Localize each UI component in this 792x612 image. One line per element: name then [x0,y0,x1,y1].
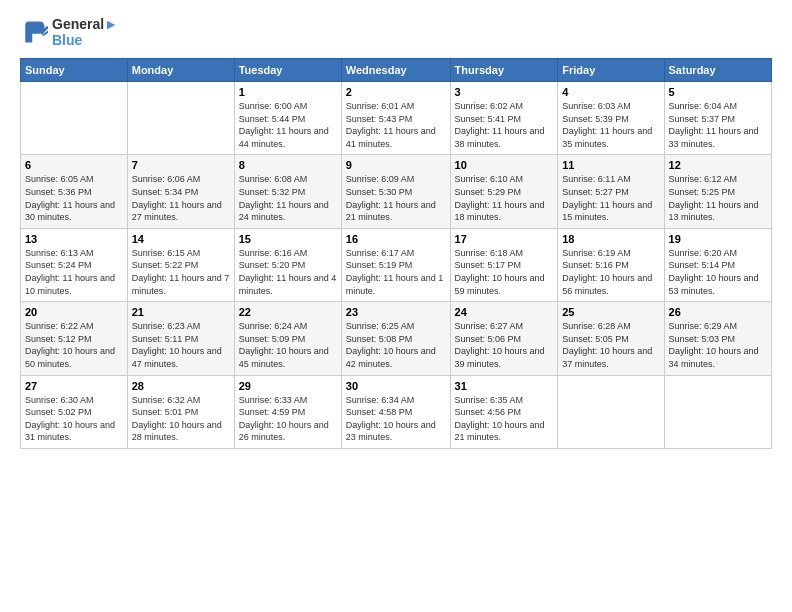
day-detail: Sunrise: 6:34 AMSunset: 4:58 PMDaylight:… [346,394,446,444]
day-detail: Sunrise: 6:29 AMSunset: 5:03 PMDaylight:… [669,320,767,370]
day-detail: Sunrise: 6:19 AMSunset: 5:16 PMDaylight:… [562,247,659,297]
calendar-cell: 17Sunrise: 6:18 AMSunset: 5:17 PMDayligh… [450,228,558,301]
calendar-cell: 2Sunrise: 6:01 AMSunset: 5:43 PMDaylight… [341,82,450,155]
calendar-cell: 16Sunrise: 6:17 AMSunset: 5:19 PMDayligh… [341,228,450,301]
weekday-header-monday: Monday [127,59,234,82]
calendar-cell: 30Sunrise: 6:34 AMSunset: 4:58 PMDayligh… [341,375,450,448]
weekday-header-friday: Friday [558,59,664,82]
calendar-cell: 3Sunrise: 6:02 AMSunset: 5:41 PMDaylight… [450,82,558,155]
day-detail: Sunrise: 6:25 AMSunset: 5:08 PMDaylight:… [346,320,446,370]
day-number: 30 [346,380,446,392]
day-number: 25 [562,306,659,318]
day-number: 10 [455,159,554,171]
calendar-cell: 6Sunrise: 6:05 AMSunset: 5:36 PMDaylight… [21,155,128,228]
calendar-cell: 8Sunrise: 6:08 AMSunset: 5:32 PMDaylight… [234,155,341,228]
calendar-cell: 19Sunrise: 6:20 AMSunset: 5:14 PMDayligh… [664,228,771,301]
logo-text: General► Blue [52,16,118,48]
day-number: 13 [25,233,123,245]
day-detail: Sunrise: 6:03 AMSunset: 5:39 PMDaylight:… [562,100,659,150]
calendar-cell: 7Sunrise: 6:06 AMSunset: 5:34 PMDaylight… [127,155,234,228]
day-number: 20 [25,306,123,318]
calendar-cell: 14Sunrise: 6:15 AMSunset: 5:22 PMDayligh… [127,228,234,301]
calendar-cell [664,375,771,448]
day-number: 15 [239,233,337,245]
day-detail: Sunrise: 6:28 AMSunset: 5:05 PMDaylight:… [562,320,659,370]
week-row-4: 20Sunrise: 6:22 AMSunset: 5:12 PMDayligh… [21,302,772,375]
day-detail: Sunrise: 6:02 AMSunset: 5:41 PMDaylight:… [455,100,554,150]
day-number: 5 [669,86,767,98]
day-detail: Sunrise: 6:08 AMSunset: 5:32 PMDaylight:… [239,173,337,223]
day-detail: Sunrise: 6:11 AMSunset: 5:27 PMDaylight:… [562,173,659,223]
weekday-header-tuesday: Tuesday [234,59,341,82]
day-number: 23 [346,306,446,318]
day-number: 22 [239,306,337,318]
calendar-cell: 4Sunrise: 6:03 AMSunset: 5:39 PMDaylight… [558,82,664,155]
calendar-cell: 26Sunrise: 6:29 AMSunset: 5:03 PMDayligh… [664,302,771,375]
day-number: 17 [455,233,554,245]
day-detail: Sunrise: 6:12 AMSunset: 5:25 PMDaylight:… [669,173,767,223]
day-number: 3 [455,86,554,98]
day-detail: Sunrise: 6:35 AMSunset: 4:56 PMDaylight:… [455,394,554,444]
day-number: 6 [25,159,123,171]
day-detail: Sunrise: 6:17 AMSunset: 5:19 PMDaylight:… [346,247,446,297]
day-detail: Sunrise: 6:16 AMSunset: 5:20 PMDaylight:… [239,247,337,297]
day-detail: Sunrise: 6:30 AMSunset: 5:02 PMDaylight:… [25,394,123,444]
day-number: 14 [132,233,230,245]
calendar-cell: 23Sunrise: 6:25 AMSunset: 5:08 PMDayligh… [341,302,450,375]
page: General► Blue SundayMondayTuesdayWednesd… [0,0,792,612]
day-number: 7 [132,159,230,171]
week-row-5: 27Sunrise: 6:30 AMSunset: 5:02 PMDayligh… [21,375,772,448]
day-detail: Sunrise: 6:09 AMSunset: 5:30 PMDaylight:… [346,173,446,223]
day-detail: Sunrise: 6:18 AMSunset: 5:17 PMDaylight:… [455,247,554,297]
day-number: 8 [239,159,337,171]
weekday-header-sunday: Sunday [21,59,128,82]
day-detail: Sunrise: 6:01 AMSunset: 5:43 PMDaylight:… [346,100,446,150]
day-number: 29 [239,380,337,392]
calendar-cell: 18Sunrise: 6:19 AMSunset: 5:16 PMDayligh… [558,228,664,301]
day-detail: Sunrise: 6:04 AMSunset: 5:37 PMDaylight:… [669,100,767,150]
day-detail: Sunrise: 6:22 AMSunset: 5:12 PMDaylight:… [25,320,123,370]
day-detail: Sunrise: 6:32 AMSunset: 5:01 PMDaylight:… [132,394,230,444]
calendar-cell: 1Sunrise: 6:00 AMSunset: 5:44 PMDaylight… [234,82,341,155]
day-number: 11 [562,159,659,171]
calendar-cell: 10Sunrise: 6:10 AMSunset: 5:29 PMDayligh… [450,155,558,228]
day-number: 12 [669,159,767,171]
day-number: 2 [346,86,446,98]
day-detail: Sunrise: 6:33 AMSunset: 4:59 PMDaylight:… [239,394,337,444]
calendar-cell: 11Sunrise: 6:11 AMSunset: 5:27 PMDayligh… [558,155,664,228]
weekday-header-saturday: Saturday [664,59,771,82]
calendar-cell: 31Sunrise: 6:35 AMSunset: 4:56 PMDayligh… [450,375,558,448]
calendar-cell [558,375,664,448]
day-number: 4 [562,86,659,98]
weekday-header-row: SundayMondayTuesdayWednesdayThursdayFrid… [21,59,772,82]
day-number: 16 [346,233,446,245]
week-row-1: 1Sunrise: 6:00 AMSunset: 5:44 PMDaylight… [21,82,772,155]
day-number: 28 [132,380,230,392]
day-detail: Sunrise: 6:10 AMSunset: 5:29 PMDaylight:… [455,173,554,223]
logo: General► Blue [20,16,118,48]
day-number: 24 [455,306,554,318]
day-detail: Sunrise: 6:24 AMSunset: 5:09 PMDaylight:… [239,320,337,370]
day-detail: Sunrise: 6:15 AMSunset: 5:22 PMDaylight:… [132,247,230,297]
calendar-cell: 9Sunrise: 6:09 AMSunset: 5:30 PMDaylight… [341,155,450,228]
calendar-cell: 27Sunrise: 6:30 AMSunset: 5:02 PMDayligh… [21,375,128,448]
week-row-2: 6Sunrise: 6:05 AMSunset: 5:36 PMDaylight… [21,155,772,228]
calendar-cell: 13Sunrise: 6:13 AMSunset: 5:24 PMDayligh… [21,228,128,301]
calendar-cell: 12Sunrise: 6:12 AMSunset: 5:25 PMDayligh… [664,155,771,228]
day-number: 31 [455,380,554,392]
calendar-cell: 15Sunrise: 6:16 AMSunset: 5:20 PMDayligh… [234,228,341,301]
day-detail: Sunrise: 6:00 AMSunset: 5:44 PMDaylight:… [239,100,337,150]
calendar-cell: 24Sunrise: 6:27 AMSunset: 5:06 PMDayligh… [450,302,558,375]
calendar-cell: 28Sunrise: 6:32 AMSunset: 5:01 PMDayligh… [127,375,234,448]
day-number: 21 [132,306,230,318]
day-number: 27 [25,380,123,392]
calendar-cell [21,82,128,155]
day-detail: Sunrise: 6:27 AMSunset: 5:06 PMDaylight:… [455,320,554,370]
calendar-cell: 21Sunrise: 6:23 AMSunset: 5:11 PMDayligh… [127,302,234,375]
day-number: 18 [562,233,659,245]
day-number: 1 [239,86,337,98]
day-detail: Sunrise: 6:20 AMSunset: 5:14 PMDaylight:… [669,247,767,297]
weekday-header-thursday: Thursday [450,59,558,82]
day-detail: Sunrise: 6:23 AMSunset: 5:11 PMDaylight:… [132,320,230,370]
weekday-header-wednesday: Wednesday [341,59,450,82]
